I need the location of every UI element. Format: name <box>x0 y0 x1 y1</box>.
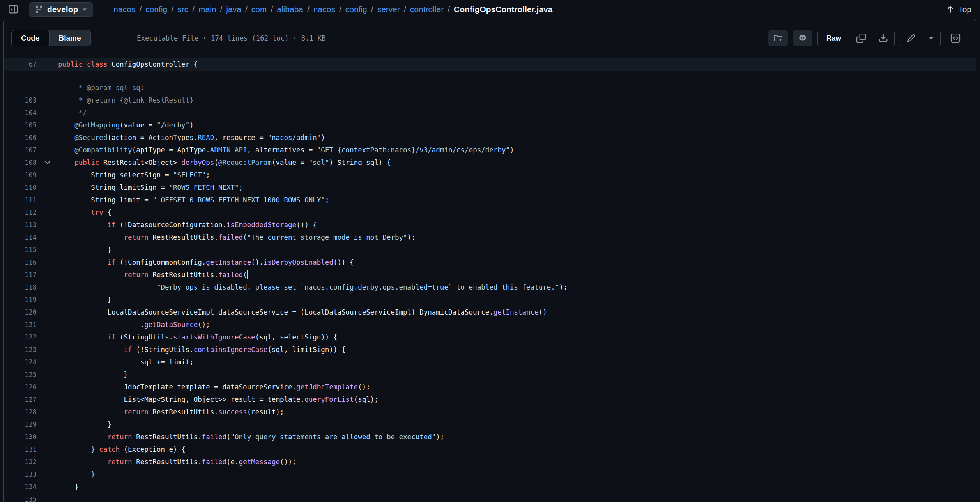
code-line: 105 @GetMapping(value = "/derby") <box>4 119 976 131</box>
line-number[interactable]: 130 <box>4 433 37 441</box>
code-text: .getDataSource(); <box>58 318 210 331</box>
line-number[interactable]: 132 <box>4 458 37 466</box>
line-number[interactable]: 114 <box>4 233 37 241</box>
breadcrumb-link[interactable]: com <box>251 5 267 14</box>
breadcrumb-link[interactable]: controller <box>410 5 444 14</box>
line-number[interactable]: 111 <box>4 196 37 204</box>
line-number[interactable]: 124 <box>4 358 37 366</box>
code-line: 123 if (!StringUtils.containsIgnoreCase(… <box>4 343 976 356</box>
breadcrumb-link[interactable]: config <box>145 5 167 14</box>
chevron-down-icon <box>82 7 87 11</box>
git-branch-icon <box>35 5 43 14</box>
line-number[interactable]: 127 <box>4 396 37 403</box>
line-number[interactable]: 109 <box>4 171 37 179</box>
line-number[interactable]: 119 <box>4 296 37 304</box>
line-number[interactable]: 125 <box>4 371 37 378</box>
raw-button[interactable]: Raw <box>818 30 850 46</box>
breadcrumb-separator: / <box>371 5 373 14</box>
code-text: List<Map<String, Object>> result = templ… <box>58 393 379 406</box>
line-number[interactable]: 67 <box>4 60 37 68</box>
page-header: develop nacos/config/src/main/java/com/a… <box>0 0 980 19</box>
line-number[interactable]: 103 <box>4 96 37 104</box>
collapse-chevron-icon[interactable] <box>37 158 58 167</box>
line-number[interactable]: 118 <box>4 283 37 291</box>
line-number[interactable]: 106 <box>4 134 37 141</box>
folder-sparkle-button[interactable] <box>768 30 788 46</box>
line-number[interactable]: 135 <box>4 495 37 502</box>
line-number[interactable]: 122 <box>4 333 37 341</box>
code-line: 115 } <box>4 244 976 256</box>
code-text: return RestResultUtils.failed("The curre… <box>58 231 416 244</box>
edit-group <box>900 30 941 46</box>
code-line: 116 if (!ConfigCommonConfig.getInstance(… <box>4 256 976 269</box>
sidebar-toggle-button[interactable] <box>6 2 20 16</box>
copilot-button[interactable] <box>793 30 812 46</box>
copilot-icon <box>798 33 808 43</box>
breadcrumb-link[interactable]: src <box>177 5 188 14</box>
breadcrumb-link[interactable]: alibaba <box>277 5 303 14</box>
line-number[interactable]: 133 <box>4 470 37 478</box>
line-number[interactable]: 112 <box>4 209 37 216</box>
tab-blame[interactable]: Blame <box>50 30 90 46</box>
file-content-panel: Code Blame Executable File · 174 lines (… <box>3 19 976 502</box>
code-line: 126 JdbcTemplate template = dataSourceSe… <box>4 381 976 393</box>
code-viewport: * @param sql sql103 * @return {@link Res… <box>4 58 976 502</box>
breadcrumb-separator: / <box>192 5 195 14</box>
line-number[interactable]: 110 <box>4 184 37 191</box>
symbols-panel-button[interactable] <box>946 30 965 46</box>
line-number[interactable]: 116 <box>4 258 37 266</box>
raw-copy-download-group: Raw <box>817 30 895 46</box>
code-text: return RestResultUtils.success(result); <box>58 406 284 418</box>
sticky-scope-line: 67public class ConfigOpsController { <box>4 58 976 71</box>
edit-file-button[interactable] <box>900 30 922 46</box>
line-number[interactable]: 134 <box>4 483 37 491</box>
line-number[interactable]: 105 <box>4 121 37 129</box>
code-text: } catch (Exception e) { <box>58 443 186 456</box>
line-number[interactable]: 117 <box>4 271 37 279</box>
code-line: 121 .getDataSource(); <box>4 318 976 331</box>
breadcrumb-link[interactable]: server <box>377 5 400 14</box>
scroll-to-top-button[interactable]: Top <box>946 3 971 16</box>
line-number[interactable]: 107 <box>4 146 37 154</box>
code-text: String selectSign = "SELECT"; <box>58 169 210 181</box>
line-number[interactable]: 131 <box>4 445 37 453</box>
breadcrumb-link[interactable]: nacos <box>313 5 335 14</box>
text-cursor <box>247 270 248 279</box>
breadcrumb-link[interactable]: nacos <box>113 5 135 14</box>
line-number[interactable]: 115 <box>4 246 37 254</box>
code-line: 103 * @return {@link RestResult} <box>4 94 976 106</box>
breadcrumb-link[interactable]: java <box>226 5 241 14</box>
tab-code[interactable]: Code <box>12 30 50 46</box>
code-text: LocalDataSourceServiceImpl dataSourceSer… <box>58 306 547 318</box>
code-text: if (!DatasourceConfiguration.isEmbeddedS… <box>58 219 317 231</box>
line-number[interactable]: 129 <box>4 421 37 428</box>
code-text: public RestResult<Object> derbyOps(@Requ… <box>58 156 391 169</box>
code-line: 104 */ <box>4 106 976 119</box>
breadcrumb-link[interactable]: config <box>345 5 367 14</box>
breadcrumb-separator: / <box>271 5 273 14</box>
download-button[interactable] <box>872 30 894 46</box>
line-number[interactable]: 104 <box>4 109 37 117</box>
file-meta: Executable File · 174 lines (162 loc) · … <box>137 19 326 57</box>
copy-raw-button[interactable] <box>850 30 872 46</box>
file-toolbar: Code Blame Executable File · 174 lines (… <box>4 19 976 57</box>
code-line: 111 String limit = " OFFSET 0 ROWS FETCH… <box>4 194 976 206</box>
code-text: try { <box>58 206 111 219</box>
line-number[interactable]: 123 <box>4 346 37 354</box>
code-line: * @param sql sql <box>4 81 976 94</box>
copy-icon <box>856 34 866 43</box>
code-line: 122 if (StringUtils.startsWithIgnoreCase… <box>4 331 976 343</box>
breadcrumb-link[interactable]: main <box>198 5 216 14</box>
line-number[interactable]: 113 <box>4 221 37 229</box>
branch-selector-button[interactable]: develop <box>29 2 93 17</box>
line-number[interactable]: 128 <box>4 408 37 416</box>
line-number[interactable]: 120 <box>4 308 37 316</box>
arrow-up-icon <box>946 5 955 14</box>
line-number[interactable]: 121 <box>4 321 37 329</box>
code-text: * @return {@link RestResult} <box>58 94 194 106</box>
edit-options-button[interactable] <box>922 30 940 46</box>
line-number[interactable]: 108 <box>4 159 37 166</box>
code-text: public class ConfigOpsController { <box>58 58 198 71</box>
code-line: 133 } <box>4 468 976 481</box>
line-number[interactable]: 126 <box>4 383 37 391</box>
